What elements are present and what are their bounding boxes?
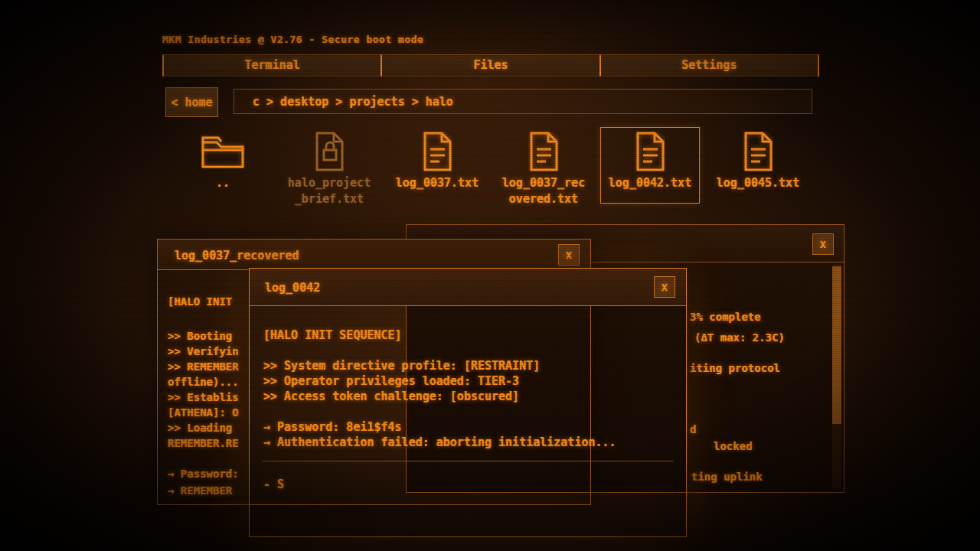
file-label: halo_project _brief.txt <box>280 175 378 207</box>
log-line-fragment: (ΔT max: 2.3C) <box>694 331 785 344</box>
terminal-prompt[interactable]: - S <box>263 478 284 491</box>
log-line: REMEMBER.RE <box>168 437 239 449</box>
log-line: offline)... <box>168 376 239 388</box>
log-line: >> REMEMBER <box>168 360 239 373</box>
log-line: >> Booting <box>168 330 232 342</box>
log-line: → REMEMBER <box>168 484 232 497</box>
log-line-fragment: ting uplink <box>691 471 763 483</box>
file-item-log-0037[interactable]: log_0037.txt <box>387 127 487 204</box>
file-text-icon <box>709 128 807 175</box>
breadcrumb[interactable]: c > desktop > projects > halo <box>234 89 812 114</box>
log-line: → Password: 8ei1$f4s <box>263 420 402 434</box>
window-titlebar[interactable]: log_0042 X <box>250 269 686 306</box>
file-label: log_0037_rec overed.txt <box>495 175 593 207</box>
window-titlebar[interactable]: log_0037_recovered X <box>158 240 590 270</box>
window-title: log_0037_recovered <box>175 249 299 262</box>
file-item-log-0045[interactable]: log_0045.txt <box>708 127 808 204</box>
file-text-icon <box>388 128 486 175</box>
log-line: >> System directive profile: [RESTRAINT] <box>263 359 540 373</box>
tab-files-label: Files <box>473 58 508 72</box>
window-title: log_0042 <box>265 281 320 295</box>
window-log-0042: log_0042 X [HALO INIT SEQUENCE] >> Syste… <box>249 268 687 537</box>
close-icon: X <box>820 239 826 250</box>
home-button-label: < home <box>171 96 212 109</box>
file-text-icon <box>495 128 593 175</box>
log-line: [HALO INIT SEQUENCE] <box>263 328 402 342</box>
scrollbar-thumb[interactable] <box>832 266 841 424</box>
file-text-icon <box>601 128 699 175</box>
tab-settings[interactable]: Settings <box>599 54 818 77</box>
log-line-fragment: d <box>690 423 696 435</box>
breadcrumb-path: c > desktop > projects > halo <box>253 95 453 109</box>
tab-bar: Terminal Files Settings <box>162 54 819 77</box>
log-line: → Authentication failed: aborting initia… <box>263 435 616 449</box>
file-item-halo-project-brief[interactable]: halo_project _brief.txt <box>279 127 379 204</box>
file-label: .. <box>174 175 272 191</box>
log-line: >> Access token challenge: [obscured] <box>263 390 519 403</box>
tab-files[interactable]: Files <box>381 54 599 77</box>
log-line: >> Operator privileges loaded: TIER-3 <box>263 374 519 388</box>
close-icon: X <box>566 249 572 261</box>
close-icon: X <box>662 282 668 293</box>
log-line-fragment: iting protocol <box>690 362 780 374</box>
close-button[interactable]: X <box>558 244 580 266</box>
file-item-parent-dir[interactable]: .. <box>173 127 273 204</box>
file-item-log-0037-recovered[interactable]: log_0037_rec overed.txt <box>494 127 593 204</box>
home-button[interactable]: < home <box>165 87 218 117</box>
system-title: MKM Industries @ V2.76 - Secure boot mod… <box>162 34 423 45</box>
log-line-fragment: locked <box>714 440 753 452</box>
log-line: [ATHENA]: O <box>168 406 239 419</box>
log-line: >> Establis <box>168 391 239 403</box>
file-label: log_0042.txt <box>601 175 699 191</box>
tab-terminal-label: Terminal <box>245 58 300 72</box>
log-line-fragment: 3% complete <box>690 311 761 323</box>
file-label: log_0037.txt <box>388 175 486 191</box>
log-line: >> Loading <box>168 422 232 434</box>
scrollbar[interactable] <box>832 265 841 488</box>
log-line: >> Verifyin <box>168 345 239 357</box>
tab-settings-label: Settings <box>681 58 737 72</box>
log-line: → Password: <box>168 468 239 480</box>
folder-icon <box>174 128 272 175</box>
crt-stage: MKM Industries @ V2.76 - Secure boot mod… <box>0 0 980 551</box>
close-button[interactable]: X <box>812 233 834 255</box>
file-item-log-0042[interactable]: log_0042.txt <box>600 127 700 204</box>
file-locked-icon <box>280 128 378 175</box>
close-button[interactable]: X <box>654 276 675 298</box>
tab-terminal[interactable]: Terminal <box>162 54 381 77</box>
divider <box>262 461 674 461</box>
log-line: [HALO INIT <box>168 295 232 308</box>
file-label: log_0045.txt <box>709 175 807 191</box>
